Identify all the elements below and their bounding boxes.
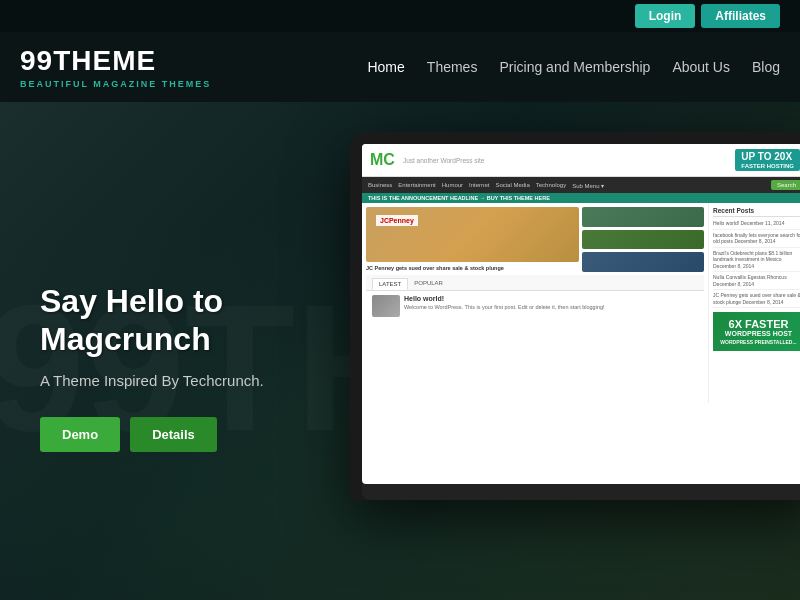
mock-latest-row: Hello world! Welcome to WordPress. This … bbox=[372, 295, 698, 317]
browser-inner: MC Just another WordPress site UP TO 20X… bbox=[362, 144, 800, 484]
mock-small-articles: JCPenney JC Penney gets sued over share … bbox=[366, 207, 704, 272]
mock-ad-sub: FASTER HOSTING bbox=[741, 163, 794, 169]
mock-main-col: JCPenney JC Penney gets sued over share … bbox=[362, 203, 708, 403]
hero-buttons: Demo Details bbox=[40, 417, 340, 452]
mock-latest: Hello world! Welcome to WordPress. This … bbox=[366, 291, 704, 321]
mock-green-banner-detail: WORDPRESS PREINSTALLED... bbox=[717, 339, 800, 345]
mock-ad-big: UP TO 20X bbox=[741, 151, 792, 162]
nav-bar: 99THEME BEAUTIFUL MAGAZINE THEMES Home T… bbox=[0, 32, 800, 102]
mock-thumb-c bbox=[582, 252, 704, 272]
mock-nav-tech: Technology bbox=[536, 182, 566, 188]
mock-tab-popular: POPULAR bbox=[408, 278, 449, 290]
nav-item-themes[interactable]: Themes bbox=[427, 54, 478, 80]
mock-sidebar-title: Recent Posts bbox=[713, 207, 800, 217]
mock-tabs: LATEST POPULAR bbox=[366, 275, 704, 291]
mock-thumb-b bbox=[582, 230, 704, 250]
mock-sidebar-item-3: Nulla Convallis Egestas Rhoncus December… bbox=[713, 274, 800, 290]
demo-button[interactable]: Demo bbox=[40, 417, 120, 452]
mock-article-img: JCPenney bbox=[366, 207, 579, 262]
laptop-screen: MC Just another WordPress site UP TO 20X… bbox=[362, 144, 800, 484]
affiliates-button[interactable]: Affiliates bbox=[701, 4, 780, 28]
mock-sidebar-item-4: JC Penney gets sued over share sale & st… bbox=[713, 292, 800, 308]
mock-sidebar-item-2: Brazil's Odebrecht plans $8.1 billion la… bbox=[713, 250, 800, 273]
jcpenney-sign: JCPenney bbox=[376, 215, 418, 226]
mock-green-banner-big: 6X FASTER bbox=[717, 318, 800, 330]
mock-header: MC Just another WordPress site UP TO 20X… bbox=[362, 144, 800, 177]
nav-item-home[interactable]: Home bbox=[367, 54, 404, 80]
header: Login Affiliates 99THEME BEAUTIFUL MAGAZ… bbox=[0, 0, 800, 102]
mock-article-caption: JC Penney gets sued over share sale & st… bbox=[366, 265, 579, 272]
hero-content: Say Hello to Magcrunch A Theme Inspired … bbox=[0, 282, 340, 453]
mock-nav-humour: Humour bbox=[442, 182, 463, 188]
mock-search: Search bbox=[771, 180, 800, 190]
nav-item-blog[interactable]: Blog bbox=[752, 54, 780, 80]
hero-subtitle: A Theme Inspired By Techcrunch. bbox=[40, 372, 340, 389]
mock-nav-submenu: Sub Menu ▾ bbox=[572, 182, 604, 189]
nav-item-pricing[interactable]: Pricing and Membership bbox=[499, 54, 650, 80]
mock-ad-banner: UP TO 20X FASTER HOSTING bbox=[735, 149, 800, 171]
mock-nav: Business Entertainment Humour Internet S… bbox=[362, 177, 800, 193]
mock-thumb-a bbox=[582, 207, 704, 227]
mock-tab-latest: LATEST bbox=[372, 278, 408, 290]
mock-nav-entertainment: Entertainment bbox=[398, 182, 435, 188]
mock-latest-title: Hello world! bbox=[404, 295, 605, 302]
mock-thumb-main: JCPenney JC Penney gets sued over share … bbox=[366, 207, 579, 272]
mock-tagline: Just another WordPress site bbox=[403, 157, 485, 164]
mock-side-thumbs bbox=[582, 207, 704, 272]
mock-nav-social: Social Media bbox=[495, 182, 529, 188]
mock-announcement: THIS IS THE ANNOUNCEMENT HEADLINE → BUY … bbox=[362, 193, 800, 203]
details-button[interactable]: Details bbox=[130, 417, 217, 452]
mock-sidebar-item-0: Hello world! December 11, 2014 bbox=[713, 220, 800, 230]
nav-links: Home Themes Pricing and Membership About… bbox=[367, 54, 780, 80]
mock-body: JCPenney JC Penney gets sued over share … bbox=[362, 203, 800, 403]
mock-logo: MC bbox=[370, 151, 395, 169]
mock-latest-thumb bbox=[372, 295, 400, 317]
top-bar: Login Affiliates bbox=[0, 0, 800, 32]
mock-nav-business: Business bbox=[368, 182, 392, 188]
mock-sidebar: Recent Posts Hello world! December 11, 2… bbox=[708, 203, 800, 403]
mock-green-banner-sub: WORDPRESS HOST bbox=[717, 330, 800, 337]
mock-nav-internet: Internet bbox=[469, 182, 489, 188]
laptop-base bbox=[362, 484, 800, 500]
mock-latest-text: Welcome to WordPress. This is your first… bbox=[404, 304, 605, 312]
logo-text: 99THEME bbox=[20, 45, 211, 77]
login-button[interactable]: Login bbox=[635, 4, 696, 28]
laptop-mockup: MC Just another WordPress site UP TO 20X… bbox=[350, 132, 800, 500]
hero-title: Say Hello to Magcrunch bbox=[40, 282, 340, 359]
mock-green-banner: 6X FASTER WORDPRESS HOST WORDPRESS PREIN… bbox=[713, 312, 800, 351]
logo-sub: BEAUTIFUL MAGAZINE THEMES bbox=[20, 79, 211, 89]
mock-sidebar-item-1: facebook finally lets everyone search fo… bbox=[713, 232, 800, 248]
hero-section: 99THEME Say Hello to Magcrunch A Theme I… bbox=[0, 102, 800, 600]
laptop-outer: MC Just another WordPress site UP TO 20X… bbox=[350, 132, 800, 500]
logo-area: 99THEME BEAUTIFUL MAGAZINE THEMES bbox=[20, 45, 211, 89]
mock-latest-content: Hello world! Welcome to WordPress. This … bbox=[404, 295, 605, 312]
nav-item-about[interactable]: About Us bbox=[672, 54, 730, 80]
